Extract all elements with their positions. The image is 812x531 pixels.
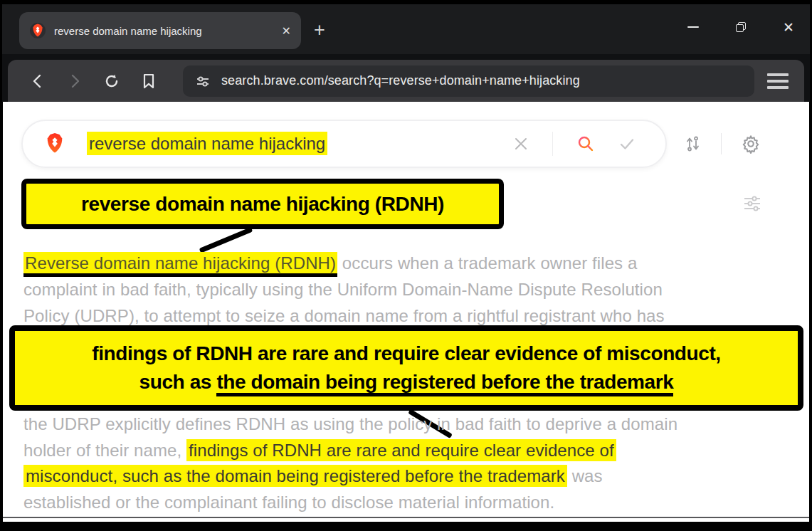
article-line: Reverse domain name hijacking (RDNH) occ… [23,252,637,275]
minimize-icon[interactable] [687,26,699,28]
highlighted-text: findings of RDNH are rare and require cl… [186,439,616,461]
brave-favicon-icon [29,22,46,39]
url-bar[interactable]: search.brave.com/search?q=reverse+domain… [183,65,754,97]
tab-close-icon[interactable]: ✕ [282,24,291,38]
window-bottom-edge [3,517,809,518]
search-tools [683,120,761,168]
search-box[interactable]: reverse domain name hijacking [21,120,667,168]
annotation-callout-query: reverse domain name hijacking (RDNH) [21,179,504,229]
divider [552,132,553,156]
annotation-callout-findings: findings of RDNH are rare and require cl… [9,325,803,411]
highlighted-term[interactable]: Reverse domain name hijacking (RDNH) [23,252,337,277]
toolbar: search.brave.com/search?q=reverse+domain… [8,60,804,102]
swap-order-icon[interactable] [683,135,702,153]
tab-title: reverse domain name hijacking [54,25,275,37]
new-tab-button[interactable]: + [314,19,325,41]
restore-icon[interactable] [736,22,746,32]
brave-logo-icon [43,132,67,156]
forward-icon[interactable] [65,71,85,91]
browser-window: reverse domain name hijacking ✕ + ✕ [0,0,812,531]
site-settings-icon[interactable] [194,73,211,90]
article-line: Policy (UDRP), to attempt to seize a dom… [23,305,665,327]
window-close-icon[interactable]: ✕ [783,21,794,34]
window-controls: ✕ [687,4,794,50]
divider [721,133,722,154]
annotation-pointer-line [199,227,253,253]
back-icon[interactable] [28,71,48,91]
url-text[interactable]: search.brave.com/search?q=reverse+domain… [221,73,580,88]
search-icon[interactable] [576,135,595,153]
page-content: reverse domain name hijacking [3,102,809,522]
article-line: established or the complainant failing t… [23,491,554,514]
highlighted-text: misconduct, such as the domain being reg… [23,465,567,487]
title-bar: reverse domain name hijacking ✕ + ✕ [2,4,810,54]
search-box-icons [513,121,665,167]
article-line: the UDRP explicitly defines RDNH as usin… [23,413,677,436]
clear-query-icon[interactable] [513,136,529,152]
result-filters-icon[interactable] [742,193,763,214]
search-query[interactable]: reverse domain name hijacking [87,134,327,154]
check-icon[interactable] [618,135,636,152]
browser-tab[interactable]: reverse domain name hijacking ✕ [19,12,301,49]
article-line: misconduct, such as the domain being reg… [23,465,603,488]
article-line: complaint in bad faith, typically using … [23,278,663,301]
settings-gear-icon[interactable] [741,134,761,154]
toolbar-strip: search.brave.com/search?q=reverse+domain… [2,54,810,102]
reload-icon[interactable] [102,71,122,91]
bookmark-icon[interactable] [139,71,159,91]
menu-icon[interactable] [767,73,789,89]
article-line: holder of their name, findings of RDNH a… [23,439,616,462]
